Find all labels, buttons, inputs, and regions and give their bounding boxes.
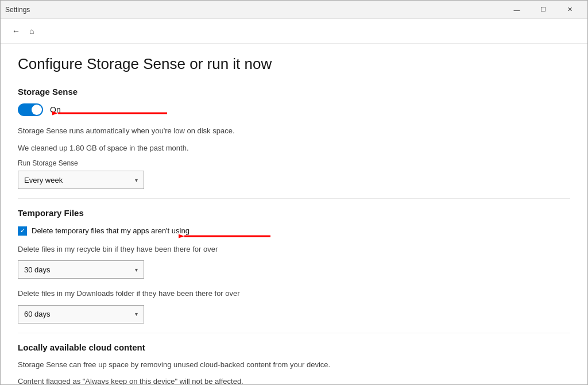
- run-storage-sense-label: Run Storage Sense: [18, 159, 570, 167]
- run-dropdown-value: Every week: [24, 176, 63, 184]
- toggle-row: On: [18, 103, 61, 116]
- storage-sense-desc2: We cleaned up 1.80 GB of space in the pa…: [18, 143, 570, 154]
- recycle-bin-label: Delete files in my recycle bin if they h…: [18, 244, 570, 255]
- minimize-button[interactable]: —: [504, 1, 530, 19]
- storage-sense-toggle[interactable]: [18, 103, 43, 116]
- window-title: Settings: [5, 6, 30, 14]
- title-bar: Settings — ☐ ✕: [1, 1, 587, 19]
- close-button[interactable]: ✕: [556, 1, 583, 19]
- title-bar-controls: — ☐ ✕: [504, 1, 583, 19]
- delete-temp-files-checkbox[interactable]: ✓: [18, 226, 27, 236]
- maximize-button[interactable]: ☐: [530, 1, 556, 19]
- downloads-label: Delete files in my Downloads folder if t…: [18, 288, 570, 299]
- temporary-files-heading: Temporary Files: [18, 208, 570, 218]
- cloud-content-desc1: Storage Sense can free up space by remov…: [18, 359, 570, 371]
- dropdown-arrow-icon-3: ▾: [135, 311, 138, 317]
- toggle-label: On: [50, 105, 61, 114]
- recycle-bin-dropdown[interactable]: 30 days ▾: [18, 260, 144, 279]
- title-bar-left: Settings: [5, 6, 30, 14]
- nav-bar: ← ⌂: [1, 19, 587, 44]
- dropdown-arrow-icon-2: ▾: [135, 267, 138, 273]
- downloads-dropdown-value: 60 days: [24, 310, 51, 318]
- run-storage-sense-dropdown[interactable]: Every week ▾: [18, 171, 144, 189]
- storage-sense-section: Storage Sense On: [18, 87, 570, 189]
- back-button[interactable]: ←: [7, 22, 25, 40]
- toggle-knob: [32, 105, 42, 115]
- cloud-content-desc2: Content flagged as "Always keep on this …: [18, 376, 570, 384]
- storage-sense-desc1: Storage Sense runs automatically when yo…: [18, 125, 570, 137]
- checkmark-icon: ✓: [20, 228, 25, 234]
- content-area: Configure Storage Sense or run it now St…: [1, 44, 587, 384]
- cloud-content-section: Locally available cloud content Storage …: [18, 342, 570, 385]
- checkbox-row: ✓ Delete temporary files that my apps ar…: [18, 226, 189, 236]
- cloud-content-heading: Locally available cloud content: [18, 342, 570, 352]
- temporary-files-section: Temporary Files ✓ Delete temporary files…: [18, 208, 570, 324]
- page-title: Configure Storage Sense or run it now: [18, 55, 570, 73]
- red-arrow-toggle: [52, 99, 167, 128]
- downloads-dropdown[interactable]: 60 days ▾: [18, 305, 144, 324]
- recycle-bin-dropdown-value: 30 days: [24, 265, 51, 274]
- home-icon[interactable]: ⌂: [29, 26, 34, 36]
- checkbox-label: Delete temporary files that my apps aren…: [32, 226, 189, 235]
- section-divider-2: [18, 333, 570, 333]
- storage-sense-heading: Storage Sense: [18, 87, 570, 97]
- section-divider-1: [18, 198, 570, 199]
- dropdown-arrow-icon: ▾: [135, 177, 138, 183]
- settings-window: Settings — ☐ ✕ ← ⌂ Configure Storage Sen…: [0, 0, 588, 385]
